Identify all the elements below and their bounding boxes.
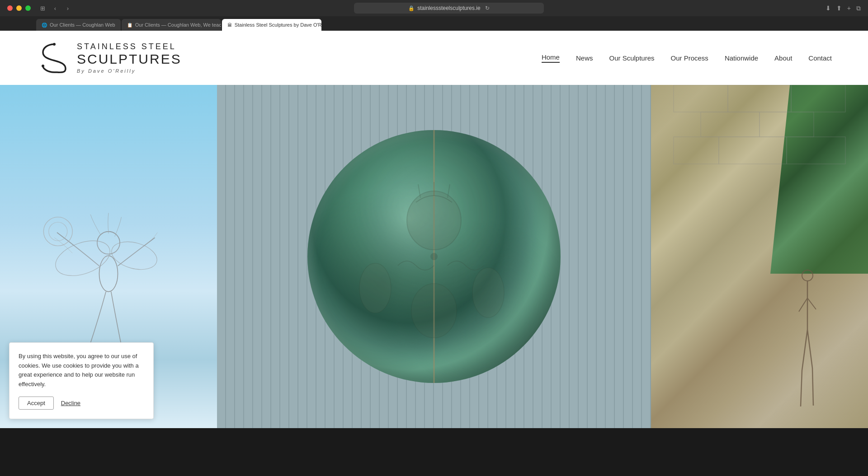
address-bar[interactable]: 🔒 stainlesssteelsculptures.ie ↻ <box>354 3 544 14</box>
forward-button[interactable]: › <box>63 4 72 13</box>
extensions-icon[interactable]: ⧉ <box>856 5 861 12</box>
tab-2[interactable]: 📋 Our Clients — Coughlan Web, We teach C… <box>122 19 221 31</box>
share-icon[interactable]: ⬆ <box>836 5 842 12</box>
accept-button[interactable]: Accept <box>19 397 54 410</box>
svg-point-0 <box>53 43 56 46</box>
hero-panel-center <box>217 85 651 428</box>
svg-point-8 <box>407 191 461 250</box>
cookie-banner: By using this website, you agree to our … <box>9 342 154 419</box>
back-button[interactable]: ‹ <box>51 4 60 13</box>
tab-3-favicon: 🏛 <box>227 23 232 28</box>
browser-chrome: ⊞ ‹ › 🔒 stainlesssteelsculptures.ie ↻ ⬇ … <box>0 0 868 16</box>
svg-rect-15 <box>791 85 845 112</box>
svg-point-4 <box>51 234 114 282</box>
svg-rect-17 <box>760 112 814 137</box>
cookie-text: By using this website, you agree to our … <box>19 352 144 389</box>
svg-point-6 <box>43 217 72 246</box>
tabs-bar: 🌐 Our Clients — Coughlan Web 📋 Our Clien… <box>0 16 868 31</box>
cookie-buttons: Accept Decline <box>19 397 144 410</box>
svg-point-10 <box>472 268 504 317</box>
url-text: stainlesssteelsculptures.ie <box>417 5 480 11</box>
logo-icon <box>36 40 72 76</box>
sidebar-toggle[interactable]: ⊞ <box>38 4 47 13</box>
svg-rect-20 <box>787 137 845 164</box>
svg-point-5 <box>108 237 160 274</box>
add-tab-icon[interactable]: + <box>847 5 851 12</box>
nav-home[interactable]: Home <box>542 53 560 63</box>
close-button[interactable] <box>7 5 13 11</box>
nav-nationwide[interactable]: Nationwide <box>725 54 758 62</box>
svg-point-1 <box>42 65 44 67</box>
hero-panel-right <box>651 85 868 428</box>
disc-sculpture <box>307 130 561 383</box>
minimize-button[interactable] <box>16 5 22 11</box>
logo-line1: STAINLESS STEEL <box>77 42 182 51</box>
svg-rect-14 <box>728 85 791 112</box>
svg-rect-13 <box>674 85 728 112</box>
tab-2-favicon: 📋 <box>127 23 132 28</box>
svg-point-9 <box>359 263 391 313</box>
svg-point-11 <box>411 284 457 338</box>
tab-1-label: Our Clients — Coughlan Web <box>50 22 115 28</box>
main-nav: Home News Our Sculptures Our Process Nat… <box>542 53 832 63</box>
tab-1-favicon: 🌐 <box>42 23 47 28</box>
browser-right-controls: ⬇ ⬆ + ⧉ <box>826 5 861 12</box>
reload-icon[interactable]: ↻ <box>485 5 490 11</box>
logo-line3: By Dave O'Reilly <box>77 68 182 74</box>
svg-point-7 <box>49 222 67 241</box>
website-content: STAINLESS STEEL SCULPTURES By Dave O'Rei… <box>0 31 868 428</box>
svg-point-12 <box>430 253 438 260</box>
traffic-lights <box>7 5 31 11</box>
disc-detail-svg <box>307 130 561 383</box>
logo-area: STAINLESS STEEL SCULPTURES By Dave O'Rei… <box>36 40 182 76</box>
tall-figure-svg <box>795 266 820 411</box>
svg-point-21 <box>802 270 813 281</box>
logo-text: STAINLESS STEEL SCULPTURES By Dave O'Rei… <box>77 42 182 74</box>
nav-about[interactable]: About <box>774 54 792 62</box>
svg-rect-18 <box>674 137 719 164</box>
svg-rect-19 <box>719 137 787 164</box>
decline-button[interactable]: Decline <box>61 400 80 406</box>
tab-1[interactable]: 🌐 Our Clients — Coughlan Web <box>36 19 121 31</box>
lock-icon: 🔒 <box>408 5 415 11</box>
tab-3[interactable]: 🏛 Stainless Steel Sculptures by Dave O'R… <box>222 19 321 31</box>
download-icon[interactable]: ⬇ <box>826 5 831 12</box>
nav-contact[interactable]: Contact <box>808 54 832 62</box>
browser-navigation: ⊞ ‹ › <box>38 4 72 13</box>
svg-rect-16 <box>701 112 760 137</box>
site-header: STAINLESS STEEL SCULPTURES By Dave O'Rei… <box>0 31 868 85</box>
stone-texture-svg <box>651 85 868 428</box>
address-bar-container: 🔒 stainlesssteelsculptures.ie ↻ <box>78 3 820 14</box>
fullscreen-button[interactable] <box>25 5 31 11</box>
nav-our-process[interactable]: Our Process <box>671 54 708 62</box>
nav-news[interactable]: News <box>576 54 593 62</box>
nav-our-sculptures[interactable]: Our Sculptures <box>609 54 654 62</box>
logo-line2: SCULPTURES <box>77 51 182 66</box>
hero-section: By using this website, you agree to our … <box>0 85 868 428</box>
tab-2-label: Our Clients — Coughlan Web, We teach Cod… <box>135 22 221 28</box>
tab-3-label: Stainless Steel Sculptures by Dave O'Rei… <box>235 22 321 28</box>
